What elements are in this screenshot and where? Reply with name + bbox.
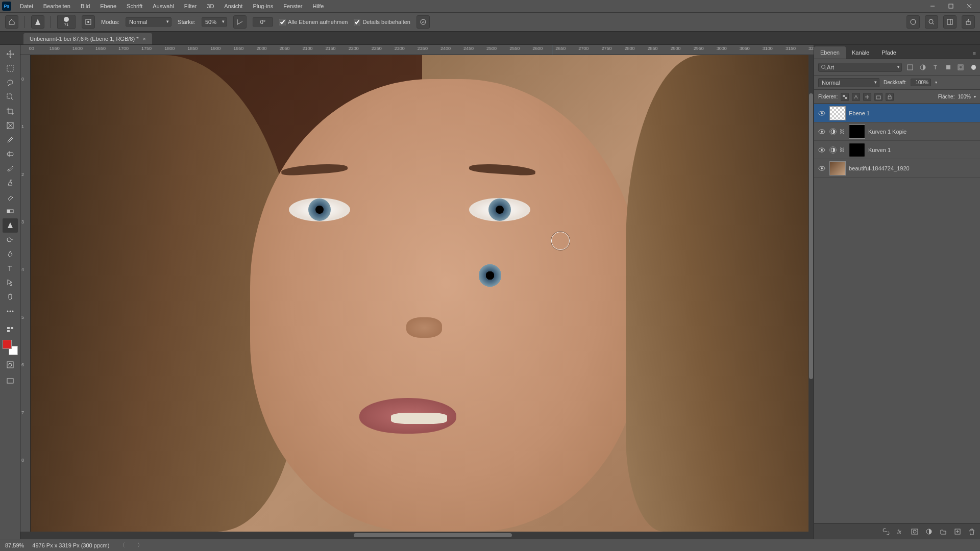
window-close-button[interactable] (961, 0, 978, 12)
menu-type[interactable]: Schrift (122, 2, 147, 11)
lock-all-icon[interactable] (886, 93, 894, 101)
fill-input[interactable]: 100% (958, 94, 971, 99)
tab-paths[interactable]: Pfade (875, 46, 902, 59)
visibility-toggle-icon[interactable] (817, 127, 826, 136)
window-maximize-button[interactable] (942, 0, 960, 12)
layer-blend-mode-dropdown[interactable]: Normal (818, 78, 879, 87)
foreground-color-swatch[interactable] (3, 340, 12, 349)
menu-layer[interactable]: Ebene (95, 2, 121, 11)
layer-search-input[interactable] (827, 64, 897, 70)
new-layer-button[interactable] (952, 527, 963, 537)
visibility-toggle-icon[interactable] (817, 164, 826, 173)
layer-row[interactable]: beautiful-1844724_1920 (814, 159, 980, 178)
eraser-tool[interactable] (3, 190, 18, 204)
document-canvas[interactable] (31, 55, 814, 532)
dropdown-chevron-icon[interactable]: ▾ (935, 80, 937, 85)
cloud-docs-button[interactable] (906, 15, 920, 29)
menu-window[interactable]: Fenster (279, 2, 307, 11)
vertical-ruler[interactable]: 012345678 (20, 55, 31, 532)
opacity-input[interactable]: 100% (911, 79, 931, 86)
dropdown-chevron-icon[interactable]: ▾ (974, 94, 976, 99)
sample-all-layers-checkbox[interactable]: Alle Ebenen aufnehmen (279, 19, 348, 26)
quick-mask-button[interactable] (3, 358, 18, 371)
add-mask-button[interactable] (910, 527, 920, 537)
path-select-tool[interactable] (3, 276, 18, 290)
document-tab-close-icon[interactable]: × (142, 36, 145, 42)
brush-tool[interactable] (3, 161, 18, 176)
search-button[interactable] (925, 15, 938, 29)
adjustment-layer-icon[interactable] (829, 128, 837, 135)
layer-name[interactable]: Kurven 1 Kopie (868, 129, 906, 135)
gradient-tool[interactable] (3, 204, 18, 218)
filter-adjust-icon[interactable] (919, 63, 927, 72)
filter-type-icon[interactable]: T (931, 63, 940, 72)
visibility-toggle-icon[interactable] (817, 145, 826, 155)
home-button[interactable] (5, 15, 18, 29)
vertical-scrollbar[interactable] (808, 55, 814, 532)
layer-name[interactable]: beautiful-1844724_1920 (849, 165, 910, 171)
menu-filter[interactable]: Filter (180, 2, 201, 11)
marquee-tool[interactable] (3, 61, 18, 76)
quick-select-tool[interactable] (3, 90, 18, 104)
blur-tool[interactable] (3, 218, 18, 233)
strength-dropdown[interactable]: 50% (202, 17, 227, 27)
edit-toolbar-button[interactable] (3, 322, 18, 337)
horizontal-scrollbar[interactable] (20, 532, 814, 539)
filter-toggle-icon[interactable] (971, 65, 976, 70)
type-tool[interactable]: T (3, 261, 18, 276)
more-tools[interactable] (3, 304, 18, 318)
mask-link-icon[interactable]: ⛓ (840, 147, 846, 153)
move-tool[interactable] (3, 47, 18, 61)
menu-view[interactable]: Ansicht (219, 2, 247, 11)
clone-stamp-tool[interactable] (3, 176, 18, 190)
layer-thumbnail[interactable] (829, 106, 846, 120)
layer-row[interactable]: Ebene 1 (814, 104, 980, 122)
protect-detail-checkbox[interactable]: Details beibehalten (354, 19, 410, 26)
document-info[interactable]: 4976 Px x 3319 Px (300 ppcm) (32, 542, 109, 548)
status-next-icon[interactable]: 〉 (135, 541, 145, 549)
pressure-toggle-button[interactable] (416, 15, 430, 29)
current-tool-icon[interactable] (31, 15, 44, 29)
pen-tool[interactable] (3, 247, 18, 261)
filter-shape-icon[interactable] (944, 63, 952, 72)
layer-search[interactable]: ▾ (818, 63, 902, 72)
share-button[interactable] (962, 15, 975, 29)
filter-pixel-icon[interactable] (906, 63, 915, 72)
hand-tool[interactable] (3, 290, 18, 304)
menu-select[interactable]: Auswahl (148, 2, 179, 11)
status-prev-icon[interactable]: 〈 (117, 541, 127, 549)
scrollbar-thumb[interactable] (354, 533, 512, 537)
menu-3d[interactable]: 3D (202, 2, 218, 11)
tab-layers[interactable]: Ebenen (814, 46, 846, 59)
delete-layer-button[interactable] (967, 527, 977, 537)
panel-menu-icon[interactable]: ≡ (969, 48, 980, 59)
eyedropper-tool[interactable] (3, 133, 18, 147)
layer-row[interactable]: ⛓ Kurven 1 (814, 141, 980, 159)
layer-row[interactable]: ⛓ Kurven 1 Kopie (814, 122, 980, 141)
brush-settings-button[interactable] (82, 15, 95, 29)
new-group-button[interactable] (938, 527, 948, 537)
lock-pixels-icon[interactable] (852, 93, 860, 101)
lasso-tool[interactable] (3, 76, 18, 90)
layer-mask-thumbnail[interactable] (849, 124, 865, 139)
menu-plugins[interactable]: Plug-ins (248, 2, 278, 11)
menu-image[interactable]: Bild (76, 2, 94, 11)
layer-mask-thumbnail[interactable] (849, 143, 865, 157)
angle-input[interactable]: 0° (253, 17, 273, 27)
layer-style-button[interactable]: fx (895, 527, 905, 537)
window-minimize-button[interactable] (924, 0, 941, 12)
add-adjustment-button[interactable] (924, 527, 934, 537)
lock-position-icon[interactable] (863, 93, 871, 101)
angle-icon[interactable] (233, 15, 247, 29)
layer-thumbnail[interactable] (829, 161, 846, 176)
filter-smart-icon[interactable] (957, 63, 965, 72)
blend-mode-dropdown[interactable]: Normal (126, 17, 172, 27)
frame-tool[interactable] (3, 118, 18, 133)
adjustment-layer-icon[interactable] (829, 146, 837, 154)
zoom-level[interactable]: 87,59% (5, 542, 24, 548)
healing-brush-tool[interactable] (3, 147, 18, 161)
horizontal-ruler[interactable]: 00 1550 1600 1650 1700 1750 1800 1850 19… (20, 45, 814, 55)
menu-file[interactable]: Datei (15, 2, 38, 11)
tab-channels[interactable]: Kanäle (846, 46, 875, 59)
menu-help[interactable]: Hilfe (308, 2, 328, 11)
